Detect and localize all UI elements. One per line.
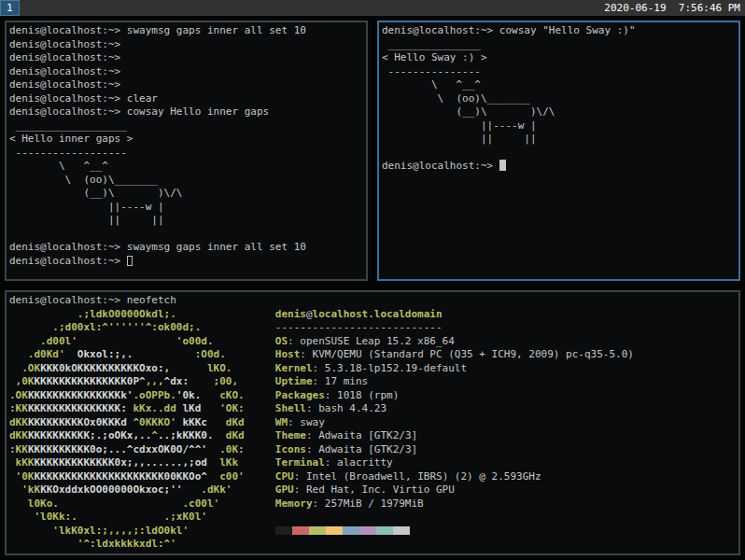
terminal-line: denis@localhost:~> swaymsg gaps inner al…: [9, 241, 363, 255]
terminal-line: denis@localhost:~>: [9, 255, 363, 269]
terminal-line: denis@localhost:~> cowsay "Hello Sway :)…: [382, 24, 736, 38]
terminal-line: < Hello Sway :) >: [382, 51, 736, 65]
terminal-line: 'lkK0xl:;,,,,;:ldO0kl': [9, 525, 736, 539]
workspace-button-1[interactable]: 1: [0, 0, 20, 16]
color-palette-block: [292, 526, 309, 535]
terminal-window-top-left[interactable]: denis@localhost:~> swaymsg gaps inner al…: [5, 21, 368, 281]
color-palette-block: [376, 526, 393, 535]
terminal-line: < Hello inner gaps >: [9, 133, 363, 147]
terminal-line: (__)\ )\/\: [382, 105, 736, 119]
status-bar: 1 2020-06-19 7:56:46 PM: [0, 0, 745, 16]
color-palette-block: [326, 526, 343, 535]
terminal-line: denis@localhost:~>: [9, 65, 363, 79]
terminal-line: 'kKKKOxddxkOO00000Okxoc;'' .dKk' GPU: Re…: [9, 483, 736, 497]
color-palette-block: [359, 526, 376, 535]
terminal-line: ||----w |: [382, 119, 736, 133]
terminal-line: denis@localhost:~>: [382, 160, 736, 174]
terminal-line: denis@localhost:~> swaymsg gaps inner al…: [9, 24, 363, 38]
terminal-output-bottom: denis@localhost:~> neofetch .;ldkO0000Ok…: [7, 292, 738, 553]
terminal-line: denis@localhost:~> cowsay Hello inner ga…: [9, 105, 363, 119]
terminal-line: .d00l' 'o00d. OS: openSUSE Leap 15.2 x86…: [9, 335, 736, 349]
terminal-line: .;ldkO0000Okdl;. denis@localhost.localdo…: [9, 308, 736, 322]
terminal-line: denis@localhost:~>: [9, 51, 363, 65]
color-palette-block: [393, 526, 410, 535]
terminal-line: 'l0Kk:. .;xK0l': [9, 511, 736, 525]
terminal-line: (__)\ )\/\: [9, 187, 363, 201]
terminal-line: '0KKKKKKKKKKKKKKKKKKKKKK00KKOo^ c00' CPU…: [9, 470, 736, 484]
desktop: 1 2020-06-19 7:56:46 PM denis@localhost:…: [0, 0, 745, 560]
terminal-line: denis@localhost:~>: [9, 78, 363, 92]
terminal-line: .OKKKKKKKKKKKKKKKKk'.oOPPb.'0k. cKO. Pac…: [9, 389, 736, 403]
text-cursor: [499, 160, 506, 171]
terminal-line: denis@localhost:~> neofetch: [9, 294, 736, 308]
color-palette-block: [309, 526, 326, 535]
color-palette-block: [275, 526, 292, 535]
color-palette-block: [343, 526, 359, 535]
terminal-line: [9, 228, 363, 242]
terminal-line: :KKKKKKKKKKKKKKKKK: kKx..dd lKd 'OK: She…: [9, 402, 736, 416]
terminal-output-top-right: denis@localhost:~> cowsay "Hello Sway :)…: [379, 22, 738, 279]
terminal-line: || ||: [9, 214, 363, 228]
terminal-line: \ (oo)\_______: [382, 92, 736, 106]
bar-datetime: 2020-06-19 7:56:46 PM: [604, 2, 745, 14]
terminal-line: ,0KKKKKKKKKKKKKKKK0P^,,,^dx: ;00, Uptime…: [9, 375, 736, 389]
terminal-line: ---------------: [382, 65, 736, 79]
terminal-line: denis@localhost:~> clear: [9, 92, 363, 106]
terminal-line: l0Ko. .c00l' Memory: 257MiB / 1979MiB: [9, 497, 736, 511]
terminal-line: || ||: [382, 133, 736, 147]
terminal-line: _______________: [382, 38, 736, 52]
terminal-window-top-right-focused[interactable]: denis@localhost:~> cowsay "Hello Sway :)…: [377, 21, 740, 281]
terminal-line: '^:ldxkkkkxdl:^': [9, 538, 736, 552]
terminal-window-bottom[interactable]: denis@localhost:~> neofetch .;ldkO0000Ok…: [5, 290, 740, 555]
terminal-line: ||----w |: [9, 201, 363, 215]
terminal-line: :KKKKKKKKKKKK0o;...^cdxxOK0O/^^' .0K: Ic…: [9, 443, 736, 457]
terminal-line: .;d00xl:^''''''^:ok00d;. ---------------…: [9, 321, 736, 335]
terminal-line: dKKKKKKKKKKKK;.;oOKx,..^..;kKKK0. dKd Th…: [9, 429, 736, 443]
terminal-line: .d0Kd' Okxol:;,. :O0d. Host: KVM/QEMU (S…: [9, 348, 736, 362]
terminal-line: denis@localhost:~>: [9, 38, 363, 52]
terminal-line: __________________: [9, 119, 363, 133]
terminal-line: \ ^__^: [382, 78, 736, 92]
terminal-line: dKKKKKKKKKKKOx0KKKd ^0KKKO' kKKc dKd WM:…: [9, 416, 736, 430]
terminal-line: .OKKKK0kOKKKKKKKKKKOxo:, lKO. Kernel: 5.…: [9, 362, 736, 376]
text-cursor: [127, 256, 133, 266]
terminal-line: \ (oo)\_______: [9, 174, 363, 188]
terminal-line: [382, 147, 736, 161]
terminal-line: kKKKKKKKKKKKKKKK0x;,,......,;od lKk Term…: [9, 456, 736, 470]
terminal-output-top-left: denis@localhost:~> swaymsg gaps inner al…: [7, 22, 366, 279]
terminal-line: \ ^__^: [9, 160, 363, 174]
terminal-line: ------------------: [9, 147, 363, 161]
